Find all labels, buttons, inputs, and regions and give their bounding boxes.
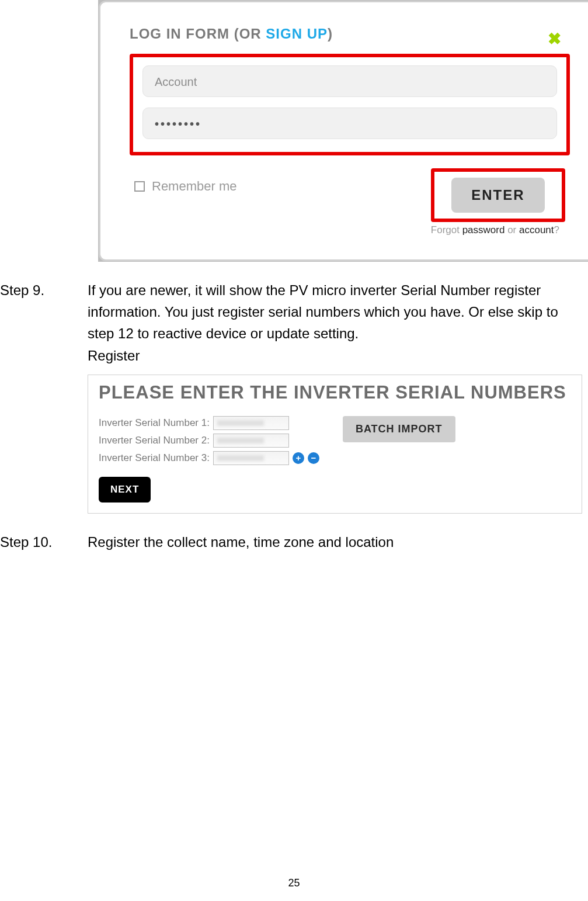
forgot-password-link[interactable]: password <box>462 224 505 235</box>
serial-title: PLEASE ENTER THE INVERTER SERIAL NUMBERS <box>99 382 571 403</box>
serial-input-2[interactable] <box>213 434 289 448</box>
login-title: LOG IN FORM (OR SIGN UP) <box>130 26 570 42</box>
forgot-account-link[interactable]: account <box>519 224 554 235</box>
serial-input-3[interactable] <box>213 451 289 465</box>
step10-label: Step 10. <box>0 531 88 553</box>
serial-label-1: Inverter Serial Number 1: <box>99 417 210 429</box>
login-screenshot: LOG IN FORM (OR SIGN UP) ✖ Account •••••… <box>98 0 588 262</box>
serial-input-1[interactable] <box>213 416 289 430</box>
remember-checkbox-icon[interactable] <box>134 181 145 192</box>
add-row-icon[interactable]: + <box>293 452 304 464</box>
credentials-highlight: Account •••••••• <box>130 54 570 155</box>
serial-screenshot: PLEASE ENTER THE INVERTER SERIAL NUMBERS… <box>88 375 582 514</box>
step10: Step 10. Register the collect name, time… <box>0 531 588 553</box>
password-mask: •••••••• <box>155 117 201 130</box>
step10-body: Register the collect name, time zone and… <box>88 531 588 553</box>
enter-button[interactable]: ENTER <box>451 178 544 213</box>
close-icon[interactable]: ✖ <box>548 29 561 48</box>
page-number: 25 <box>0 877 588 889</box>
forgot-line: Forgot password or account? <box>431 224 559 236</box>
step9: Step 9. If you are newer, it will show t… <box>0 279 588 366</box>
serial-row-2: Inverter Serial Number 2: <box>99 434 319 448</box>
remove-row-icon[interactable]: − <box>308 452 319 464</box>
signup-link[interactable]: SIGN UP <box>266 26 328 41</box>
login-bottom-row: Remember me ENTER Forgot password or acc… <box>130 168 570 236</box>
login-title-prefix: LOG IN FORM (OR <box>130 26 266 41</box>
enter-area: ENTER Forgot password or account? <box>431 168 565 236</box>
password-input[interactable]: •••••••• <box>142 108 557 139</box>
step9-body: If you are newer, it will show the PV mi… <box>88 279 588 366</box>
step10-text: Register the collect name, time zone and… <box>88 531 584 553</box>
next-button[interactable]: NEXT <box>99 477 151 503</box>
step9-text1: If you are newer, it will show the PV mi… <box>88 279 584 345</box>
account-placeholder: Account <box>155 75 197 88</box>
serial-label-2: Inverter Serial Number 2: <box>99 435 210 446</box>
enter-highlight: ENTER <box>431 168 565 222</box>
login-card: LOG IN FORM (OR SIGN UP) ✖ Account •••••… <box>99 1 588 261</box>
serial-label-3: Inverter Serial Number 3: <box>99 452 210 464</box>
serial-body: Inverter Serial Number 1: Inverter Seria… <box>99 416 571 465</box>
step9-label: Step 9. <box>0 279 88 366</box>
step9-text2: Register <box>88 345 584 366</box>
serial-row-3: Inverter Serial Number 3: + − <box>99 451 319 465</box>
account-input[interactable]: Account <box>142 65 557 97</box>
remember-me[interactable]: Remember me <box>134 179 236 194</box>
batch-import-button[interactable]: BATCH IMPORT <box>343 416 455 442</box>
login-title-suffix: ) <box>328 26 333 41</box>
remember-label: Remember me <box>152 179 236 194</box>
serial-row-1: Inverter Serial Number 1: <box>99 416 319 430</box>
serial-inputs: Inverter Serial Number 1: Inverter Seria… <box>99 416 319 465</box>
